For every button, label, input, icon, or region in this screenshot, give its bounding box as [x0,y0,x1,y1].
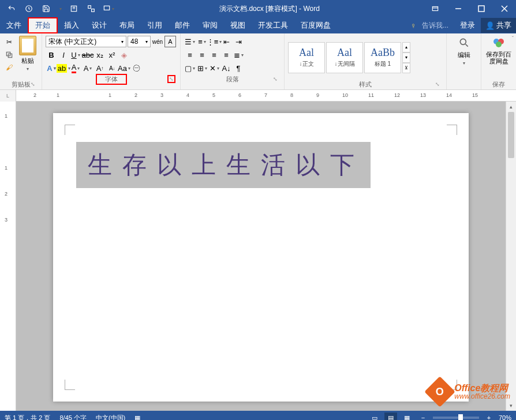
minimize-button[interactable] [447,0,470,17]
bullets-button[interactable]: ☰ [184,36,196,47]
baidu-cloud-icon [492,36,506,50]
vertical-scrollbar[interactable]: ▴ ▾ [506,102,516,411]
undo-button[interactable] [5,2,18,16]
selected-text[interactable]: 生存以上生活以下 [76,142,371,188]
subscript-button[interactable]: x₂ [94,49,106,61]
save-baidu-button[interactable]: 保存到百度网盘 [485,36,513,79]
qat-btn-1[interactable] [67,2,81,16]
zoom-out-button[interactable]: − [417,412,429,420]
language-status[interactable]: 中文(中国) [96,414,125,421]
zoom-percent[interactable]: 70% [499,414,511,420]
copy-button[interactable] [3,50,15,60]
change-case-button[interactable]: Aa [118,62,130,74]
tab-references[interactable]: 引用 [141,17,169,33]
login-button[interactable]: 登录 [454,20,481,31]
share-button[interactable]: 👤共享 [481,18,516,33]
styles-scroll-down[interactable]: ▾ [402,52,410,63]
text-effects-button[interactable]: A [46,62,57,74]
font-size-select[interactable]: 48▾ [128,36,151,47]
zoom-thumb[interactable] [458,414,463,420]
clipboard-launcher[interactable]: ⤡ [29,80,37,88]
qat-customize[interactable] [102,2,115,16]
tab-developer[interactable]: 开发工具 [252,17,294,33]
collapse-ribbon-button[interactable]: ˇ [512,36,514,42]
margin-corner-bl [65,380,75,390]
font-name-select[interactable]: 宋体 (中文正文)▾ [46,36,126,47]
increase-indent-button[interactable]: ⇥ [233,36,244,47]
page-status[interactable]: 第 1 页，共 2 页 [5,414,50,421]
shrink-font-button[interactable]: A↓ [106,62,118,74]
tab-file[interactable]: 文件 [0,17,28,33]
enclose-char-button[interactable]: ㊀ [130,62,142,74]
web-layout-button[interactable]: ▦ [401,412,413,420]
zoom-slider[interactable] [433,417,479,419]
paste-button[interactable]: 粘贴 ▾ [17,36,38,79]
zoom-in-button[interactable]: + [483,412,495,420]
superscript-button[interactable]: x² [106,49,118,61]
distribute-button[interactable]: ≣ [233,49,244,61]
tab-view[interactable]: 视图 [224,17,252,33]
bold-button[interactable]: B [46,49,57,61]
close-button[interactable] [493,0,516,17]
tab-design[interactable]: 设计 [85,17,113,33]
page: 生存以上生活以下 [53,113,469,402]
strikethrough-button[interactable]: abc [82,49,94,61]
ribbon-options-button[interactable] [424,0,447,17]
style-normal[interactable]: Aal↓正文 [288,42,325,73]
align-left-button[interactable]: ≡ [184,49,196,61]
borders-button[interactable]: ⊞ [196,62,208,74]
text-direction-button[interactable]: ✕ [208,62,220,74]
word-count[interactable]: 8/45 个字 [59,414,86,421]
sort-button[interactable]: A↓ [220,62,232,74]
tab-mailings[interactable]: 邮件 [169,17,196,33]
char-shading-button[interactable]: A [82,62,94,74]
style-no-spacing[interactable]: Aal↓无间隔 [326,42,363,73]
redo-button[interactable] [22,2,36,16]
save-button[interactable] [39,2,53,16]
ruler-h-track[interactable]: 2 1 1 2 3 4 5 6 7 8 9 10 11 12 13 14 15 [16,90,516,102]
maximize-button[interactable] [470,0,493,17]
save-dropdown[interactable] [57,2,63,16]
tab-layout[interactable]: 布局 [113,17,141,33]
page-viewport[interactable]: 生存以上生活以下 [16,102,506,411]
char-border-button[interactable]: A [164,36,176,47]
paragraph-launcher[interactable]: ⤡ [271,75,279,83]
qat-btn-2[interactable] [84,2,98,16]
macro-icon[interactable]: ▦ [134,414,140,421]
find-button[interactable]: 编辑 ▾ [457,36,471,79]
font-launcher[interactable]: ⤡ [167,75,175,83]
styles-scroll-up[interactable]: ▴ [402,42,410,52]
print-layout-button[interactable]: ▤ [384,412,397,420]
align-right-button[interactable]: ≡ [208,49,220,61]
format-painter-button[interactable]: 🖌 [3,62,15,73]
font-color-button[interactable]: A [70,62,81,74]
multilevel-button[interactable]: ⋮≡ [208,36,220,47]
italic-button[interactable]: I [58,49,69,61]
styles-launcher[interactable]: ⤡ [433,80,442,88]
underline-button[interactable]: U [70,49,81,61]
show-marks-button[interactable]: ¶ [233,62,244,74]
align-center-button[interactable]: ≡ [196,49,208,61]
tab-home[interactable]: 开始 [28,17,58,33]
tab-insert[interactable]: 插入 [58,17,85,33]
tell-me-input[interactable]: 告诉我... [416,21,454,31]
shading-button[interactable]: ▢ [184,62,196,74]
read-mode-button[interactable]: ▭ [368,412,381,420]
scroll-thumb[interactable] [508,112,514,158]
ruler-vertical[interactable]: 1 1 2 3 [0,102,16,411]
paragraph-label: 段落 [226,75,239,84]
decrease-indent-button[interactable]: ⇤ [220,36,232,47]
clear-format-button[interactable]: ◈ [118,49,130,61]
cut-button[interactable]: ✂ [3,37,15,47]
grow-font-button[interactable]: A↑ [94,62,106,74]
justify-button[interactable]: ≡ [220,49,232,61]
tab-baidu[interactable]: 百度网盘 [294,17,337,33]
styles-expand[interactable]: ⊻ [402,63,410,73]
highlight-button[interactable]: ab [58,62,69,74]
ruler-horizontal: L 2 1 1 2 3 4 5 6 7 8 9 10 11 12 13 14 1… [0,90,516,102]
tab-review[interactable]: 审阅 [196,17,224,33]
margin-corner-tr [447,125,457,135]
scroll-up-button[interactable]: ▴ [506,102,516,112]
style-heading1[interactable]: AaBb标题 1 [364,42,401,73]
phonetic-guide-button[interactable]: wén [152,36,163,47]
